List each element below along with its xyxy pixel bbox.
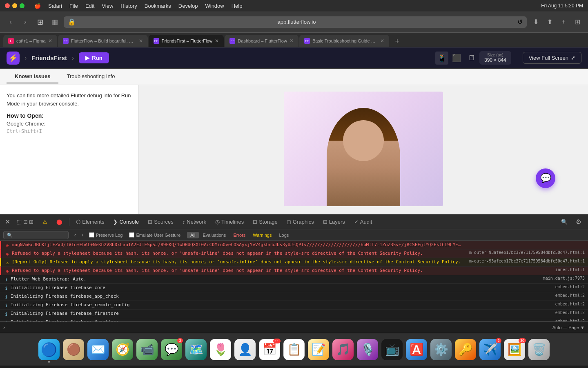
tablet-device-button[interactable]: ⬛ <box>450 52 463 65</box>
address-bar[interactable]: 🔒 app.flutterflow.io ↺ <box>64 16 527 28</box>
filter-warnings[interactable]: Warnings <box>249 232 275 238</box>
dock-finder[interactable]: 🔵 <box>38 339 60 360</box>
tab-layers[interactable]: ⊟ Layers <box>319 217 349 227</box>
filter-errors[interactable]: Errors <box>230 232 249 238</box>
tab-ff-friendsfirst[interactable]: FF FriendsFirst – FlutterFlow ✕ <box>149 35 224 47</box>
tab-network[interactable]: ↕ Network <box>178 217 210 227</box>
tab-close-dashboard[interactable]: ✕ <box>290 38 294 44</box>
close-button[interactable] <box>5 3 10 8</box>
dock-trash[interactable]: 🗑️ <box>528 339 550 360</box>
apple-menu[interactable]: 🍎 <box>31 2 44 10</box>
emulate-gesture-toggle[interactable]: Emulate User Gesture <box>129 232 180 238</box>
minimize-button[interactable] <box>12 3 17 8</box>
forward-button[interactable]: › <box>20 16 31 28</box>
preserve-log-checkbox[interactable] <box>89 232 94 238</box>
tab-grid-button[interactable]: ⊞ <box>572 16 583 28</box>
bookmarks-menu[interactable]: Bookmarks <box>141 2 174 10</box>
tab-overview-button[interactable]: ▦ <box>49 16 60 28</box>
tooltip-panel: You can find more detailed Flutter debug… <box>0 85 139 214</box>
dock-photos[interactable]: 🌷 <box>210 339 231 360</box>
reload-icon[interactable]: ↺ <box>517 18 523 26</box>
edit-menu[interactable]: Edit <box>82 2 98 10</box>
tab-figma[interactable]: F сайт1 – Figma ✕ <box>3 35 57 47</box>
dock-contacts[interactable]: 👤 <box>234 339 256 360</box>
help-menu[interactable]: Help <box>228 2 246 10</box>
dock-appletv[interactable]: 📺 <box>381 339 403 360</box>
console-page-info[interactable]: Auto — Page ▼ <box>552 325 585 330</box>
tab-audit[interactable]: ✓ Audit <box>350 217 376 227</box>
window-menu[interactable]: Window <box>202 2 227 10</box>
dock-keychain[interactable]: 🔑 <box>455 339 476 360</box>
dock-preview[interactable]: 🖼️30 <box>504 339 525 360</box>
search-button[interactable]: 🔍 <box>557 217 572 227</box>
filter-evaluations[interactable]: Evaluations <box>200 232 229 238</box>
dock-appstore[interactable]: 🅰️ <box>406 339 427 360</box>
tab-console[interactable]: ❯ Console <box>109 217 143 227</box>
devtools-close-button[interactable]: ✕ <box>3 216 12 227</box>
history-menu[interactable]: History <box>117 2 140 10</box>
tab-close-ff1[interactable]: ✕ <box>139 38 143 44</box>
maximize-button[interactable] <box>20 3 24 8</box>
new-tab-button[interactable]: ＋ <box>558 16 569 28</box>
console-prev-button[interactable]: ‹ <box>72 231 78 239</box>
console-search-input[interactable] <box>3 231 69 239</box>
tab-elements[interactable]: ⬡ Elements <box>72 217 108 227</box>
tab-title-figma: сайт1 – Figma <box>16 38 46 43</box>
tab-timelines[interactable]: ◷ Timelines <box>211 217 248 227</box>
safari-menu[interactable]: Safari <box>45 2 65 10</box>
dock-sysprefs[interactable]: ⚙️ <box>430 339 452 360</box>
dock-messages[interactable]: 💬3 <box>161 339 182 360</box>
share-button[interactable]: ⬆ <box>544 16 555 28</box>
tab-close-figma[interactable]: ✕ <box>48 38 52 44</box>
develop-menu[interactable]: Develop <box>175 2 201 10</box>
preview-panel: 💬 <box>139 85 588 214</box>
tab-graphics[interactable]: ◻ Graphics <box>283 217 318 227</box>
dock-maps[interactable]: 🗺️ <box>185 339 207 360</box>
sidebar-toggle[interactable]: ⊞ <box>34 16 46 28</box>
dock-calendar[interactable]: 📅11 <box>259 339 280 360</box>
view-menu[interactable]: View <box>98 2 116 10</box>
dock-mail[interactable]: ✉️ <box>87 339 109 360</box>
dock-safari[interactable]: 🧭 <box>112 339 133 360</box>
filter-all[interactable]: All <box>187 232 198 238</box>
dock-podcasts[interactable]: 🎙️ <box>357 339 378 360</box>
dock-facetime[interactable]: 📹 <box>136 339 158 360</box>
tab-troubleshooting[interactable]: Troubleshooting Info <box>58 70 123 83</box>
tab-storage[interactable]: ⊡ Storage <box>249 217 282 227</box>
devtools-settings-button[interactable]: ⚙ <box>572 216 585 227</box>
mobile-device-button[interactable]: 📱 <box>435 52 448 65</box>
tab-known-issues[interactable]: Known Issues <box>7 70 58 83</box>
tab-close-ff-active[interactable]: ✕ <box>215 38 219 44</box>
tab-sources[interactable]: ⊞ Sources <box>144 217 178 227</box>
devtools-layout-btn[interactable]: ⬚ ⊡ ⊞ <box>13 217 38 227</box>
dock-music[interactable]: 🎵 <box>332 339 354 360</box>
fullscreen-button[interactable]: View Full Screen ⤢ <box>523 52 581 64</box>
tab-close-troubleshoot[interactable]: ✕ <box>380 38 384 44</box>
add-tab-button[interactable]: + <box>392 36 403 47</box>
dock-launchpad[interactable]: 🟤 <box>63 339 84 360</box>
chat-bubble-widget[interactable]: 💬 <box>536 168 555 188</box>
downloads-button[interactable]: ⬇ <box>530 16 541 28</box>
toolbar-actions: ⬇ ⬆ ＋ ⊞ <box>530 16 583 28</box>
run-button[interactable]: ▶ Run <box>79 52 109 63</box>
back-button[interactable]: ‹ <box>5 16 16 28</box>
dock-notes[interactable]: 📝 <box>308 339 329 360</box>
ff-logo[interactable]: ⚡ <box>7 52 20 65</box>
tab-ff-dashboard[interactable]: FF Dashboard – FlutterFlow ✕ <box>225 35 298 47</box>
dock-reminders[interactable]: 📋 <box>283 339 305 360</box>
devtools-alert-btn[interactable]: ⚠ <box>38 217 51 227</box>
file-menu[interactable]: File <box>66 2 81 10</box>
desktop-device-button[interactable]: 🖥 <box>465 52 478 65</box>
tab-ff1[interactable]: FF FlutterFlow – Build beautiful, modern… <box>58 35 148 47</box>
console-input-field[interactable] <box>8 325 549 330</box>
filter-logs[interactable]: Logs <box>276 232 292 238</box>
browser-tabs: F сайт1 – Figma ✕ FF FlutterFlow – Build… <box>0 33 588 47</box>
emulate-gesture-checkbox[interactable] <box>129 232 134 238</box>
devtools-error-btn[interactable]: ⬤ <box>52 217 67 227</box>
dock-telegram[interactable]: ✈️2 <box>479 339 501 360</box>
console-next-button[interactable]: › <box>79 231 86 239</box>
how-to-open-label: How to Open: <box>7 112 132 119</box>
traffic-lights[interactable] <box>5 3 24 8</box>
tab-ff-troubleshoot[interactable]: FF Basic Troubleshooting Guide – Flutter… <box>299 35 389 47</box>
preserve-log-toggle[interactable]: Preserve Log <box>89 232 122 238</box>
